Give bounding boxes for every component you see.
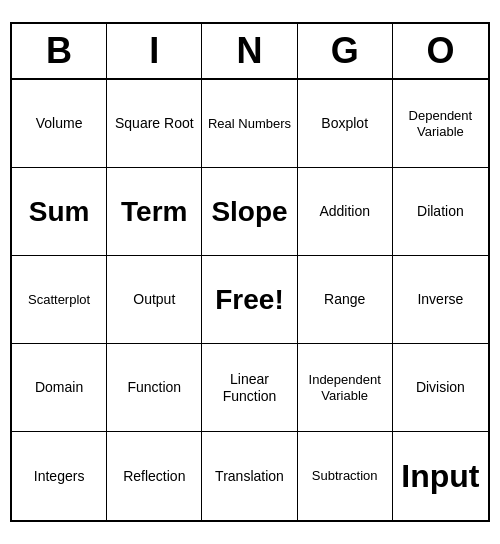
- bingo-cell-10: Scatterplot: [12, 256, 107, 344]
- bingo-cell-17: Linear Function: [202, 344, 297, 432]
- header-letter-o: O: [393, 24, 488, 78]
- bingo-card: BINGO VolumeSquare RootReal NumbersBoxpl…: [10, 22, 490, 522]
- bingo-cell-14: Inverse: [393, 256, 488, 344]
- bingo-cell-18: Independent Variable: [298, 344, 393, 432]
- header-letter-g: G: [298, 24, 393, 78]
- bingo-cell-4: Dependent Variable: [393, 80, 488, 168]
- bingo-cell-21: Reflection: [107, 432, 202, 520]
- bingo-cell-16: Function: [107, 344, 202, 432]
- bingo-cell-8: Addition: [298, 168, 393, 256]
- bingo-cell-20: Integers: [12, 432, 107, 520]
- bingo-cell-19: Division: [393, 344, 488, 432]
- bingo-cell-23: Subtraction: [298, 432, 393, 520]
- bingo-cell-2: Real Numbers: [202, 80, 297, 168]
- bingo-cell-11: Output: [107, 256, 202, 344]
- bingo-cell-1: Square Root: [107, 80, 202, 168]
- bingo-grid: VolumeSquare RootReal NumbersBoxplotDepe…: [12, 80, 488, 520]
- bingo-header: BINGO: [12, 24, 488, 80]
- bingo-cell-7: Slope: [202, 168, 297, 256]
- header-letter-i: I: [107, 24, 202, 78]
- bingo-cell-13: Range: [298, 256, 393, 344]
- bingo-cell-3: Boxplot: [298, 80, 393, 168]
- bingo-cell-0: Volume: [12, 80, 107, 168]
- bingo-cell-22: Translation: [202, 432, 297, 520]
- bingo-cell-5: Sum: [12, 168, 107, 256]
- bingo-cell-9: Dilation: [393, 168, 488, 256]
- bingo-cell-12: Free!: [202, 256, 297, 344]
- bingo-cell-6: Term: [107, 168, 202, 256]
- header-letter-n: N: [202, 24, 297, 78]
- header-letter-b: B: [12, 24, 107, 78]
- bingo-cell-15: Domain: [12, 344, 107, 432]
- bingo-cell-24: Input: [393, 432, 488, 520]
